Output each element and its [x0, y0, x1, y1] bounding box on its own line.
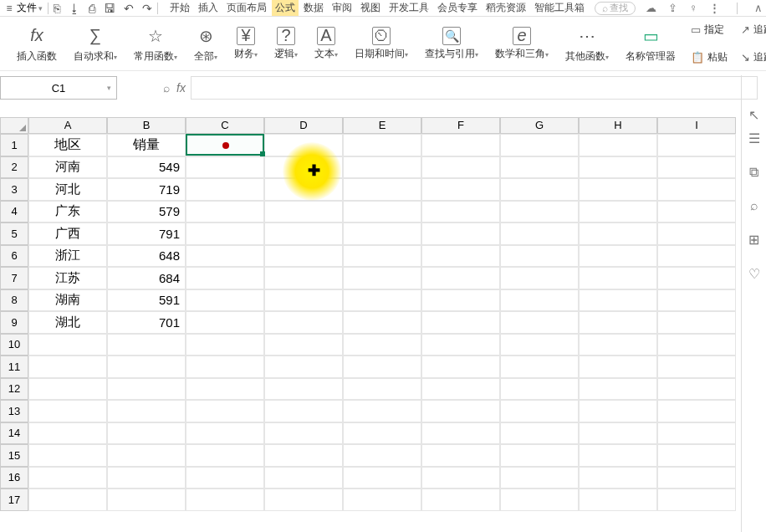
cell[interactable]: [657, 134, 736, 156]
cell[interactable]: [579, 400, 657, 422]
panel-grid-icon[interactable]: ⊞: [748, 232, 759, 248]
cell[interactable]: 销量: [107, 134, 186, 156]
row-header[interactable]: 7: [0, 267, 28, 289]
cell[interactable]: [343, 378, 421, 401]
cell[interactable]: [107, 356, 186, 378]
cell[interactable]: [657, 378, 736, 401]
cell[interactable]: [264, 289, 343, 312]
cell[interactable]: [500, 134, 579, 156]
cell[interactable]: [500, 223, 579, 245]
cell[interactable]: [421, 444, 500, 467]
text-functions-button[interactable]: A 文本▾: [306, 27, 346, 61]
cell[interactable]: [657, 223, 736, 245]
cell[interactable]: [343, 400, 421, 422]
trace-dependents-button[interactable]: ↘追踪从属单: [741, 46, 766, 69]
row-header[interactable]: 15: [0, 444, 28, 467]
cell[interactable]: [421, 334, 500, 356]
datetime-functions-button[interactable]: ⏲ 日期和时间▾: [346, 27, 416, 61]
collapse-ribbon-icon[interactable]: ∧: [754, 2, 763, 14]
cell[interactable]: 684: [107, 267, 186, 289]
file-menu[interactable]: 文件: [17, 1, 37, 15]
row-header[interactable]: 14: [0, 422, 28, 445]
cell[interactable]: [579, 334, 657, 356]
cell[interactable]: [186, 289, 264, 312]
all-functions-button[interactable]: ⊛ 全部▾: [186, 24, 226, 64]
cell[interactable]: [186, 311, 264, 334]
cell[interactable]: [264, 311, 343, 334]
cell[interactable]: [343, 356, 421, 378]
open-icon[interactable]: ⭳: [69, 2, 80, 15]
cell[interactable]: [186, 267, 264, 289]
cell[interactable]: 591: [107, 289, 186, 312]
search-input[interactable]: 查找: [595, 2, 636, 15]
cell[interactable]: [264, 400, 343, 422]
cell[interactable]: 719: [107, 178, 186, 201]
cell[interactable]: [579, 134, 657, 156]
cell[interactable]: [421, 489, 500, 511]
cell[interactable]: [500, 356, 579, 378]
ribbon-tab[interactable]: 视图: [357, 0, 384, 16]
share-icon[interactable]: ⇪: [668, 2, 677, 14]
cell[interactable]: [186, 489, 264, 511]
app-menu-icon[interactable]: ≡: [3, 3, 15, 14]
cell[interactable]: 湖北: [28, 311, 107, 334]
cell[interactable]: [579, 356, 657, 378]
column-header[interactable]: D: [264, 117, 343, 134]
cell[interactable]: [657, 444, 736, 467]
cell[interactable]: [657, 289, 736, 312]
row-header[interactable]: 8: [0, 289, 28, 312]
column-header[interactable]: A: [28, 117, 107, 134]
cell[interactable]: [186, 245, 264, 268]
search-fx-icon[interactable]: ⌕: [163, 81, 170, 95]
ribbon-tab[interactable]: 会员专享: [434, 0, 481, 16]
cell[interactable]: [579, 422, 657, 445]
cell[interactable]: [107, 400, 186, 422]
row-header[interactable]: 5: [0, 223, 28, 245]
ribbon-tab[interactable]: 数据: [300, 0, 327, 16]
cell[interactable]: [421, 311, 500, 334]
cell[interactable]: [343, 311, 421, 334]
cell[interactable]: [421, 467, 500, 489]
cell[interactable]: 791: [107, 223, 186, 245]
column-header[interactable]: H: [579, 117, 657, 134]
autosum-button[interactable]: ∑ 自动求和▾: [65, 24, 125, 64]
cell[interactable]: [579, 178, 657, 201]
cell[interactable]: [186, 444, 264, 467]
cell[interactable]: [186, 156, 264, 179]
cell[interactable]: 广西: [28, 223, 107, 245]
cell[interactable]: [28, 334, 107, 356]
panel-heart-icon[interactable]: ♡: [748, 266, 760, 282]
ribbon-tab[interactable]: 公式: [272, 0, 299, 16]
cell[interactable]: [657, 489, 736, 511]
more-icon[interactable]: ⋮: [709, 2, 720, 14]
cell[interactable]: [579, 489, 657, 511]
cell[interactable]: [500, 245, 579, 268]
cell[interactable]: [264, 444, 343, 467]
cell[interactable]: [107, 334, 186, 356]
cell[interactable]: [421, 156, 500, 179]
cell[interactable]: [343, 289, 421, 312]
row-header[interactable]: 16: [0, 467, 28, 489]
cell[interactable]: 江苏: [28, 267, 107, 289]
row-header[interactable]: 13: [0, 400, 28, 422]
save-as-icon[interactable]: 🖫: [104, 2, 115, 15]
cell[interactable]: 648: [107, 245, 186, 268]
cell[interactable]: [343, 156, 421, 179]
formula-input[interactable]: [191, 76, 758, 100]
new-icon[interactable]: ⎘: [54, 2, 60, 15]
cell[interactable]: [107, 467, 186, 489]
cell[interactable]: [343, 223, 421, 245]
insert-function-button[interactable]: fx 插入函数: [8, 24, 65, 64]
cell[interactable]: [343, 422, 421, 445]
math-functions-button[interactable]: e 数学和三角▾: [487, 27, 557, 61]
column-header[interactable]: B: [107, 117, 186, 134]
panel-selection-icon[interactable]: ⧉: [749, 165, 758, 180]
cell[interactable]: 579: [107, 201, 186, 223]
cell[interactable]: [107, 378, 186, 401]
cell[interactable]: [107, 444, 186, 467]
cell[interactable]: 河南: [28, 156, 107, 179]
row-header[interactable]: 2: [0, 156, 28, 179]
cell[interactable]: 浙江: [28, 245, 107, 268]
cell[interactable]: [28, 400, 107, 422]
cell[interactable]: [107, 422, 186, 445]
